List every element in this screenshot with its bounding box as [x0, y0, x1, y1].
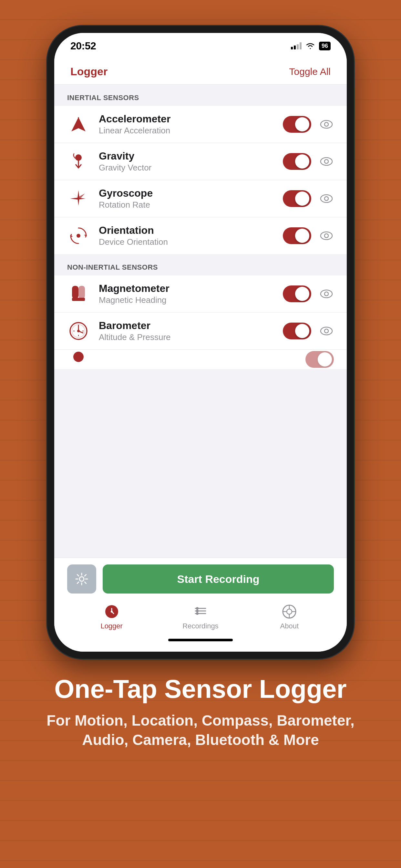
tab-recordings[interactable]: Recordings	[176, 603, 225, 630]
svg-rect-15	[72, 298, 85, 301]
barometer-toggle[interactable]	[283, 322, 311, 339]
orientation-name: Orientation	[99, 224, 274, 237]
svg-point-12	[76, 234, 81, 238]
tab-logger[interactable]: Logger	[88, 603, 136, 630]
magnetometer-row: Magnetometer Magnetic Heading	[54, 275, 347, 313]
barometer-desc: Altitude & Pressure	[99, 332, 274, 342]
about-tab-icon	[281, 603, 298, 620]
accelerometer-toggle[interactable]	[283, 116, 311, 133]
location-controls-partial	[305, 351, 334, 368]
home-indicator	[67, 633, 334, 647]
svg-point-30	[80, 577, 84, 581]
tab-bar: Logger Recordings	[67, 603, 334, 633]
toggle-all-button[interactable]: Toggle All	[289, 66, 331, 77]
magnetometer-controls	[283, 285, 334, 302]
svg-point-29	[73, 352, 84, 362]
tab-about-label: About	[280, 622, 299, 630]
non-inertial-sensor-list: Magnetometer Magnetic Heading	[54, 275, 347, 369]
gravity-toggle[interactable]	[283, 153, 311, 170]
svg-point-17	[325, 292, 328, 296]
home-bar	[168, 639, 233, 641]
svg-point-14	[325, 234, 328, 238]
gyroscope-name: Gyroscope	[99, 187, 274, 199]
gyroscope-controls	[283, 190, 334, 207]
svg-point-6	[325, 159, 328, 163]
svg-point-2	[320, 120, 332, 128]
svg-point-32	[111, 611, 113, 613]
accelerometer-desc: Linear Acceleration	[99, 126, 274, 135]
svg-point-28	[325, 329, 328, 333]
gravity-name: Gravity	[99, 150, 274, 162]
svg-point-11	[325, 197, 328, 200]
barometer-icon	[67, 320, 90, 342]
accelerometer-info: Accelerometer Linear Acceleration	[99, 113, 274, 135]
accelerometer-icon	[67, 113, 90, 135]
orientation-icon	[67, 224, 90, 247]
gyroscope-toggle[interactable]	[283, 190, 311, 207]
orientation-toggle[interactable]	[283, 227, 311, 244]
svg-point-5	[320, 158, 332, 165]
svg-marker-8	[70, 197, 86, 199]
inertial-sensor-list: Accelerometer Linear Acceleration	[54, 106, 347, 254]
tab-about[interactable]: About	[265, 603, 313, 630]
magnetometer-eye[interactable]	[319, 286, 334, 301]
svg-point-4	[75, 154, 82, 161]
magnetometer-name: Magnetometer	[99, 283, 274, 294]
start-recording-label: Start Recording	[177, 573, 259, 585]
svg-point-37	[196, 610, 198, 612]
barometer-info: Barometer Altitude & Pressure	[99, 320, 274, 342]
logger-tab-icon	[103, 603, 120, 620]
bottom-bar: Start Recording Logger	[54, 558, 347, 652]
gravity-eye[interactable]	[319, 154, 334, 169]
svg-point-3	[325, 122, 328, 126]
phone-frame: 20:52 96	[47, 26, 354, 659]
settings-button[interactable]	[67, 564, 96, 593]
non-inertial-section-header: NON-INERTIAL SENSORS	[54, 254, 347, 275]
gravity-controls	[283, 153, 334, 170]
content-area: INERTIAL SENSORS Accelerometer Linear Ac…	[54, 85, 347, 558]
magnetometer-desc: Magnetic Heading	[99, 295, 274, 305]
svg-point-13	[320, 232, 332, 240]
magnetometer-info: Magnetometer Magnetic Heading	[99, 283, 274, 305]
promo-subtitle: For Motion, Location, Compass, Barometer…	[26, 711, 375, 750]
barometer-name: Barometer	[99, 320, 274, 332]
promo-section: One-Tap Sensor Logger For Motion, Locati…	[0, 675, 401, 750]
accelerometer-name: Accelerometer	[99, 113, 274, 125]
svg-point-22	[77, 330, 80, 332]
location-toggle-partial[interactable]	[305, 351, 334, 368]
accelerometer-eye[interactable]	[319, 117, 334, 132]
status-bar: 20:52 96	[54, 33, 347, 59]
accelerometer-row: Accelerometer Linear Acceleration	[54, 106, 347, 143]
magnetometer-icon	[67, 283, 90, 305]
status-icons: 96	[291, 42, 331, 51]
start-recording-button[interactable]: Start Recording	[103, 564, 334, 593]
orientation-row: Orientation Device Orientation	[54, 217, 347, 254]
barometer-eye[interactable]	[319, 323, 334, 338]
orientation-eye[interactable]	[319, 228, 334, 243]
non-inertial-title: NON-INERTIAL SENSORS	[67, 263, 158, 271]
tab-recordings-label: Recordings	[182, 622, 218, 630]
battery-icon: 96	[319, 42, 331, 51]
orientation-desc: Device Orientation	[99, 237, 274, 247]
orientation-info: Orientation Device Orientation	[99, 224, 274, 247]
gyroscope-icon	[67, 187, 90, 210]
gyroscope-desc: Rotation Rate	[99, 200, 274, 210]
inertial-title: INERTIAL SENSORS	[67, 94, 139, 102]
svg-point-16	[320, 290, 332, 298]
action-row: Start Recording	[67, 564, 334, 593]
nav-title: Logger	[70, 65, 107, 78]
accelerometer-controls	[283, 116, 334, 133]
battery-level: 96	[321, 42, 328, 50]
orientation-controls	[283, 227, 334, 244]
svg-point-40	[287, 609, 292, 614]
gravity-info: Gravity Gravity Vector	[99, 150, 274, 173]
location-icon-partial	[67, 350, 90, 369]
svg-point-36	[196, 607, 198, 610]
promo-title: One-Tap Sensor Logger	[26, 675, 375, 703]
gyroscope-row: Gyroscope Rotation Rate	[54, 180, 347, 217]
magnetometer-toggle[interactable]	[283, 285, 311, 302]
barometer-controls	[283, 322, 334, 339]
nav-header: Logger Toggle All	[54, 59, 347, 85]
svg-point-38	[196, 612, 198, 615]
gyroscope-eye[interactable]	[319, 191, 334, 206]
